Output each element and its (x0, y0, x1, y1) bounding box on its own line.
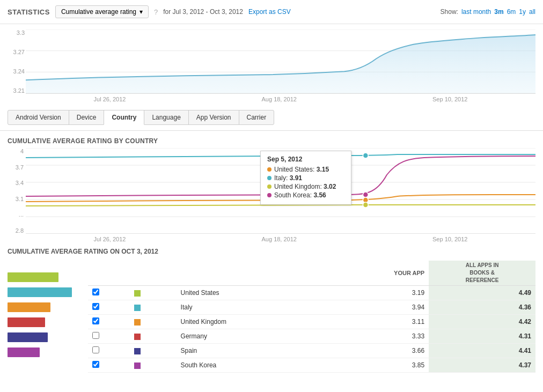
tab-app-version[interactable]: App Version (188, 110, 239, 125)
country-name-uk: United Kingdom (177, 315, 324, 329)
bottom-title: CUMULATIVE AVERAGE RATING ON OCT 3, 2012 (8, 248, 535, 255)
mini-bar-row-us (8, 271, 83, 283)
bottom-section: CUMULATIVE AVERAGE RATING ON OCT 3, 2012 (0, 242, 543, 378)
your-app-value-italy: 3.94 (323, 300, 429, 315)
checkbox-germany[interactable] (92, 332, 99, 339)
data-table: YOUR APP ALL APPS INBOOKS &REFERENCE Uni… (88, 261, 535, 373)
all-apps-value-italy: 4.36 (429, 300, 535, 315)
show-1y[interactable]: 1y (519, 8, 526, 16)
country-name-germany: Germany (177, 329, 324, 344)
your-app-value-spain: 3.66 (323, 344, 429, 358)
all-apps-value-germany: 4.31 (429, 329, 535, 344)
country-chart: Sep 5, 2012 United States: 3.15 Italy: 3… (26, 148, 535, 234)
mini-bar-row-south-korea (8, 346, 83, 358)
tooltip-item-italy: Italy: 3.91 (267, 174, 344, 182)
show-label: Show: (441, 8, 458, 16)
tab-device[interactable]: Device (69, 110, 105, 125)
checkbox-cell-germany (88, 329, 130, 344)
color-box-germany (134, 334, 141, 340)
main-chart-x-labels: Jul 26, 2012 Aug 18, 2012 Sep 10, 2012 (26, 94, 535, 102)
mini-bar-row-germany (8, 316, 83, 328)
checkbox-cell-uk (88, 315, 130, 329)
show-last-month[interactable]: last month (461, 8, 491, 16)
main-chart: 3.3 3.27 3.24 3.21 (8, 29, 535, 105)
tooltip-item-south-korea: South Korea: 3.56 (267, 191, 344, 199)
your-app-value-uk: 3.11 (323, 315, 429, 329)
country-chart-wrapper: 4 3.7 3.4 3.1 ... 2.8 (8, 148, 535, 242)
date-range: for Jul 3, 2012 - Oct 3, 2012 (163, 8, 243, 16)
mini-bar-south-korea (8, 347, 40, 357)
checkbox-cell-italy (88, 300, 130, 315)
italy-dot-icon (267, 176, 272, 180)
mini-bar-row-italy (8, 286, 83, 298)
tooltip: Sep 5, 2012 United States: 3.15 Italy: 3… (260, 151, 351, 205)
main-chart-y-labels: 3.3 3.27 3.24 3.21 (8, 29, 25, 94)
show-6m[interactable]: 6m (507, 8, 516, 16)
all-apps-header: ALL APPS INBOOKS &REFERENCE (429, 261, 535, 286)
country-name-us: United States (177, 286, 324, 300)
show-all[interactable]: all (529, 8, 535, 16)
mini-bar-row-uk (8, 301, 83, 313)
color-box-us (134, 290, 141, 297)
mini-bar-germany (8, 317, 45, 327)
main-chart-svg (26, 29, 535, 93)
metric-dropdown-label: Cumulative average rating (61, 8, 136, 16)
mini-bar-uk (8, 302, 50, 312)
show-3m[interactable]: 3m (494, 8, 503, 16)
export-csv-link[interactable]: Export as CSV (248, 8, 291, 16)
checkbox-cell-us (88, 286, 130, 300)
svg-point-13 (363, 202, 368, 208)
country-chart-y-labels: 4 3.7 3.4 3.1 ... 2.8 (8, 148, 25, 234)
mini-bar-chart (8, 261, 83, 373)
metric-dropdown[interactable]: Cumulative average rating ▾ (55, 5, 149, 18)
all-apps-value-spain: 4.41 (429, 344, 535, 358)
table-row: Spain 3.66 4.41 (88, 344, 535, 358)
table-row: South Korea 3.85 4.37 (88, 358, 535, 373)
mini-bar-row-spain (8, 331, 83, 343)
table-row: Germany 3.33 4.31 (88, 329, 535, 344)
svg-point-11 (363, 192, 368, 197)
svg-point-10 (363, 153, 368, 158)
checkbox-us[interactable] (92, 289, 99, 295)
checkbox-cell-south-korea (88, 358, 130, 373)
your-app-value-germany: 3.33 (323, 329, 429, 344)
main-chart-inner (26, 29, 535, 94)
checkbox-italy[interactable] (92, 303, 99, 310)
checkbox-cell-spain (88, 344, 130, 358)
data-table-section: YOUR APP ALL APPS INBOOKS &REFERENCE Uni… (88, 261, 535, 373)
uk-dot-icon (267, 184, 272, 189)
tooltip-item-uk: United Kingdom: 3.02 (267, 183, 344, 190)
all-apps-value-uk: 4.42 (429, 315, 535, 329)
checkbox-south-korea[interactable] (92, 361, 99, 368)
color-box-spain (134, 348, 141, 354)
header: STATISTICS Cumulative average rating ▾ ?… (0, 0, 543, 24)
show-controls: Show: last month 3m 6m 1y all (441, 8, 535, 16)
bottom-layout: YOUR APP ALL APPS INBOOKS &REFERENCE Uni… (8, 261, 535, 373)
tooltip-date: Sep 5, 2012 (267, 156, 344, 163)
main-chart-area: 3.3 3.27 3.24 3.21 (0, 24, 543, 105)
country-name-italy: Italy (177, 300, 324, 315)
page-title: STATISTICS (8, 8, 50, 16)
country-chart-area: 4 3.7 3.4 3.1 ... 2.8 (0, 148, 543, 242)
color-box-south-korea (134, 363, 141, 369)
table-row: United Kingdom 3.11 4.42 (88, 315, 535, 329)
us-dot-icon (267, 167, 272, 172)
your-app-value-south-korea: 3.85 (323, 358, 429, 373)
country-section-title: CUMULATIVE AVERAGE RATING BY COUNTRY (0, 131, 543, 148)
all-apps-value-south-korea: 4.37 (429, 358, 535, 373)
tab-language[interactable]: Language (144, 110, 188, 125)
country-name-south-korea: South Korea (177, 358, 324, 373)
tooltip-item-us: United States: 3.15 (267, 166, 344, 173)
tab-carrier[interactable]: Carrier (239, 110, 275, 125)
mini-bar-us (8, 272, 58, 282)
your-app-value-us: 3.19 (323, 286, 429, 300)
south-korea-dot-icon (267, 193, 272, 197)
checkbox-uk[interactable] (92, 317, 99, 324)
country-chart-x-labels: Jul 26, 2012 Aug 18, 2012 Sep 10, 2012 (26, 234, 535, 242)
checkbox-spain[interactable] (92, 346, 99, 353)
help-icon[interactable]: ? (154, 8, 158, 16)
table-row: United States 3.19 4.49 (88, 286, 535, 300)
tab-android-version[interactable]: Android Version (8, 110, 69, 125)
country-name-spain: Spain (177, 344, 324, 358)
tab-country[interactable]: Country (104, 110, 144, 125)
